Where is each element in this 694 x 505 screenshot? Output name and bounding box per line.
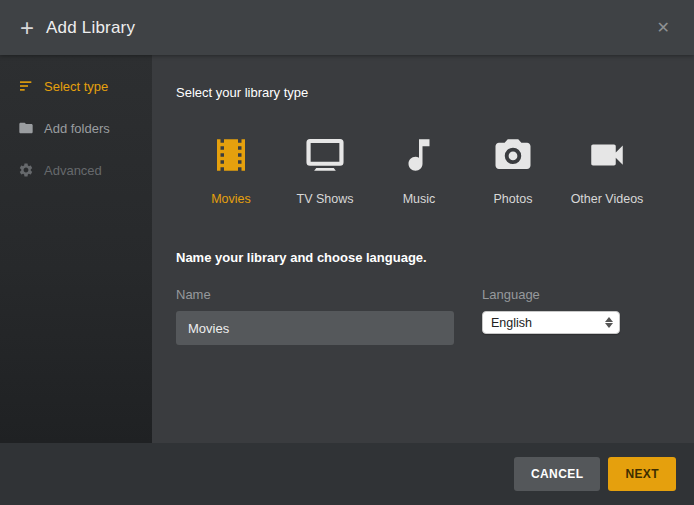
type-item-tv-shows[interactable]: TV Shows (278, 132, 372, 206)
language-select-value: English (491, 316, 605, 330)
type-label: Photos (466, 192, 560, 206)
dialog-title: Add Library (46, 18, 135, 38)
videocam-icon (586, 134, 628, 176)
select-stepper-icon (605, 317, 615, 328)
list-steps-icon (18, 78, 34, 94)
sidebar-item-add-folders[interactable]: Add folders (0, 107, 152, 149)
type-label: Movies (184, 192, 278, 206)
wizard-steps-sidebar: Select type Add folders Advanced (0, 55, 152, 443)
plus-icon: + (20, 16, 34, 40)
select-type-panel: Select your library type Movies (152, 55, 694, 443)
type-label: Other Videos (560, 192, 654, 206)
language-field-label: Language (482, 287, 620, 302)
name-section-title: Name your library and choose language. (176, 250, 670, 265)
name-field-label: Name (176, 287, 454, 302)
section-title: Select your library type (176, 85, 670, 100)
gear-icon (18, 162, 34, 178)
tv-icon (304, 134, 346, 176)
cancel-button[interactable]: CANCEL (514, 457, 600, 491)
sidebar-item-label: Advanced (44, 163, 102, 178)
dialog-header: + Add Library ✕ (0, 0, 694, 55)
library-type-row: Movies TV Shows (184, 132, 670, 206)
camera-icon (492, 134, 534, 176)
language-select[interactable]: English (482, 311, 620, 334)
film-icon (210, 134, 252, 176)
dialog-footer: CANCEL NEXT (0, 443, 694, 505)
close-icon[interactable]: ✕ (653, 16, 674, 40)
language-field-group: Language English (482, 287, 620, 345)
name-field-group: Name (176, 287, 454, 345)
sidebar-item-select-type[interactable]: Select type (0, 65, 152, 107)
music-note-icon (398, 134, 440, 176)
type-label: TV Shows (278, 192, 372, 206)
folder-icon (18, 120, 34, 136)
type-item-other-videos[interactable]: Other Videos (560, 132, 654, 206)
library-name-input[interactable] (176, 311, 454, 345)
fields-row: Name Language English (176, 287, 670, 345)
next-button[interactable]: NEXT (608, 457, 676, 491)
sidebar-item-label: Add folders (44, 121, 110, 136)
sidebar-item-label: Select type (44, 79, 108, 94)
type-item-movies[interactable]: Movies (184, 132, 278, 206)
type-item-photos[interactable]: Photos (466, 132, 560, 206)
type-item-music[interactable]: Music (372, 132, 466, 206)
sidebar-item-advanced[interactable]: Advanced (0, 149, 152, 191)
dialog-body: Select type Add folders Advanced Select … (0, 55, 694, 443)
add-library-dialog: + Add Library ✕ Select type Add folders (0, 0, 694, 505)
type-label: Music (372, 192, 466, 206)
